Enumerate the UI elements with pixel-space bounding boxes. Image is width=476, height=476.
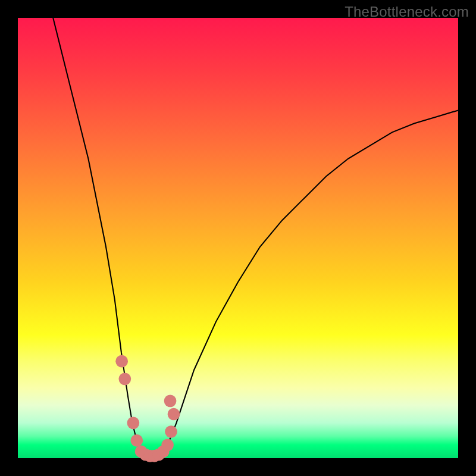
highlight-markers	[115, 355, 180, 462]
bottleneck-curve-svg	[18, 18, 458, 458]
watermark-text: TheBottleneck.com	[345, 4, 469, 20]
highlight-marker	[130, 434, 143, 447]
highlight-marker	[164, 394, 177, 407]
highlight-marker	[115, 355, 128, 368]
outer-frame: TheBottleneck.com	[0, 0, 476, 476]
highlight-marker	[118, 372, 131, 385]
highlight-marker	[127, 416, 140, 429]
highlight-marker	[168, 408, 180, 421]
gradient-plot-area	[18, 18, 458, 458]
highlight-marker	[161, 439, 174, 451]
highlight-marker	[165, 425, 177, 438]
bottleneck-curve-path	[53, 18, 458, 458]
